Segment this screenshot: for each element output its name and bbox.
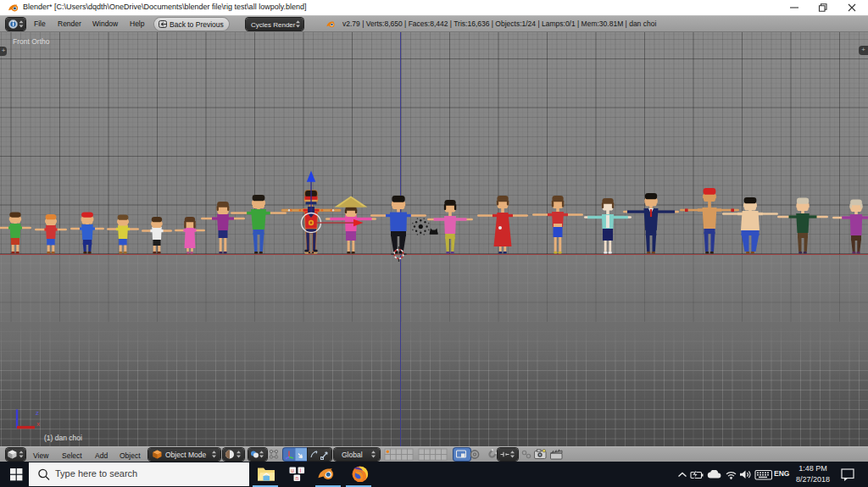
svg-text:i: i xyxy=(300,468,301,473)
svg-text:z: z xyxy=(36,409,39,417)
svg-text:u: u xyxy=(291,468,294,473)
svg-text:n: n xyxy=(295,475,298,481)
svg-text:x: x xyxy=(36,420,40,428)
